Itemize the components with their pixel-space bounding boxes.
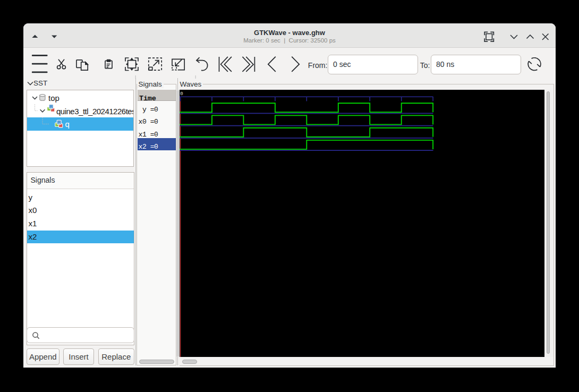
svg-text:0: 0 [180,91,183,97]
